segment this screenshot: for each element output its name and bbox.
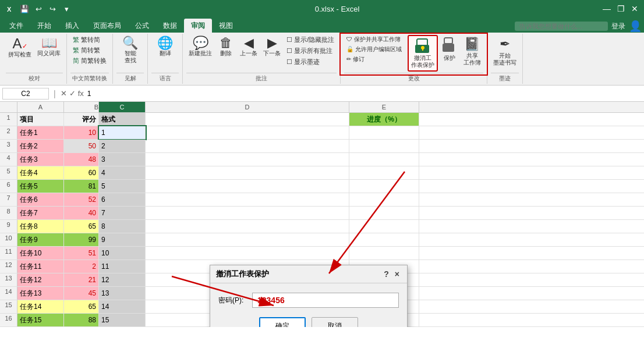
cell-1d[interactable] xyxy=(146,113,349,126)
cell-3b[interactable]: 50 xyxy=(64,140,99,152)
cell-3d[interactable] xyxy=(146,140,349,152)
login-button[interactable]: 登录 xyxy=(611,22,625,31)
spellcheck-button[interactable]: A✓ 拼写检查 xyxy=(6,35,34,60)
cell-6c[interactable]: 5 xyxy=(99,180,146,193)
tab-formula[interactable]: 公式 xyxy=(128,19,156,33)
cell-13c[interactable]: 12 xyxy=(99,273,146,286)
cell-16a[interactable]: 任务15 xyxy=(17,314,64,326)
tab-page-layout[interactable]: 页面布局 xyxy=(86,19,128,33)
cell-2a[interactable]: 任务1 xyxy=(17,126,64,139)
unprotect-dialog[interactable]: 撤消工作表保护 ? × 密码(P): 确定 取消 xyxy=(210,265,408,327)
col-header-e[interactable]: E xyxy=(349,102,419,112)
cancel-formula-icon[interactable]: ✕ xyxy=(61,89,67,98)
simp-to-trad-button[interactable]: 繁 简转繁 xyxy=(70,45,109,55)
dialog-confirm-button[interactable]: 确定 xyxy=(259,317,306,327)
col-header-a[interactable]: A xyxy=(17,102,64,112)
new-comment-button[interactable]: 💬 新建批注 xyxy=(186,35,214,59)
customize-icon[interactable]: ▾ xyxy=(61,3,72,15)
cell-9e[interactable] xyxy=(349,220,419,233)
protect-share-workbook-button[interactable]: 🛡 保护并共享工作簿 xyxy=(344,35,404,44)
cell-12c[interactable]: 11 xyxy=(99,260,146,273)
minimize-button[interactable]: — xyxy=(602,4,611,13)
dialog-password-input[interactable] xyxy=(252,293,399,308)
cell-1e[interactable]: 进度（%） xyxy=(349,113,419,126)
cell-2c[interactable]: 1 xyxy=(99,126,146,139)
cell-1c[interactable]: 格式 xyxy=(99,113,146,126)
tab-insert[interactable]: 插入 xyxy=(58,19,86,33)
cell-10b[interactable]: 99 xyxy=(64,233,99,246)
cell-15a[interactable]: 任务14 xyxy=(17,300,64,313)
cell-3c[interactable]: 2 xyxy=(99,140,146,152)
cell-5d[interactable] xyxy=(146,166,349,179)
next-comment-button[interactable]: ▶ 下一条 xyxy=(261,35,283,59)
formula-input[interactable] xyxy=(86,88,642,99)
cell-6e[interactable] xyxy=(349,180,419,193)
restore-button[interactable]: ❐ xyxy=(616,4,625,13)
cell-7a[interactable]: 任务6 xyxy=(17,193,64,206)
cell-4b[interactable]: 48 xyxy=(64,153,99,166)
share-workbook-button[interactable]: 📓 共享工作簿 xyxy=(461,35,483,68)
cell-1a[interactable]: 项目 xyxy=(17,113,64,126)
cell-11e[interactable] xyxy=(349,247,419,260)
cell-3e[interactable] xyxy=(349,140,419,152)
cell-5e[interactable] xyxy=(349,166,419,179)
cell-14c[interactable]: 13 xyxy=(99,287,146,300)
prev-comment-button[interactable]: ◀ 上一条 xyxy=(238,35,260,59)
show-all-comments-button[interactable]: ☐ 显示所有批注 xyxy=(284,46,337,56)
tab-data[interactable]: 数据 xyxy=(156,19,184,33)
trad-to-simp-button[interactable]: 繁 繁转简 xyxy=(70,35,109,45)
name-box[interactable] xyxy=(2,88,49,99)
cell-8d[interactable] xyxy=(146,207,349,219)
tab-home[interactable]: 开始 xyxy=(30,19,58,33)
user-icon[interactable]: 👤 xyxy=(629,20,642,33)
tab-file[interactable]: 文件 xyxy=(2,19,30,33)
cell-8a[interactable]: 任务7 xyxy=(17,207,64,219)
cell-9a[interactable]: 任务8 xyxy=(17,220,64,233)
cell-5b[interactable]: 60 xyxy=(64,166,99,179)
insert-function-icon[interactable]: fx xyxy=(78,89,84,98)
cell-15b[interactable]: 65 xyxy=(64,300,99,313)
cell-4e[interactable] xyxy=(349,153,419,166)
start-inking-button[interactable]: ✒ 开始墨迹书写 xyxy=(491,35,519,68)
cell-2e[interactable] xyxy=(349,126,419,139)
col-header-d[interactable]: D xyxy=(146,102,349,112)
cell-14a[interactable]: 任务13 xyxy=(17,287,64,300)
cell-9b[interactable]: 65 xyxy=(64,220,99,233)
close-button[interactable]: ✕ xyxy=(630,4,639,13)
cell-8b[interactable]: 40 xyxy=(64,207,99,219)
cell-11d[interactable] xyxy=(146,247,349,260)
cell-13b[interactable]: 21 xyxy=(64,273,99,286)
cell-8c[interactable]: 7 xyxy=(99,207,146,219)
dialog-cancel-button[interactable]: 取消 xyxy=(312,317,358,327)
cell-5c[interactable]: 4 xyxy=(99,166,146,179)
track-changes-button[interactable]: ✏ 修订 xyxy=(344,55,404,64)
cell-6d[interactable] xyxy=(146,180,349,193)
cell-1b[interactable]: 评分 xyxy=(64,113,99,126)
cell-11b[interactable]: 51 xyxy=(64,247,99,260)
tab-view[interactable]: 视图 xyxy=(212,19,240,33)
thesaurus-button[interactable]: 📖 同义词库 xyxy=(35,35,63,59)
col-header-c[interactable]: C xyxy=(99,102,146,112)
cell-10e[interactable] xyxy=(349,233,419,246)
cell-16c[interactable]: 15 xyxy=(99,314,146,326)
cell-2d[interactable] xyxy=(146,126,349,139)
cell-7b[interactable]: 52 xyxy=(64,193,99,206)
col-header-b[interactable]: B xyxy=(64,102,99,112)
cell-13a[interactable]: 任务12 xyxy=(17,273,64,286)
cell-12b[interactable]: 2 xyxy=(64,260,99,273)
cell-9d[interactable] xyxy=(146,220,349,233)
protect-sheet-button[interactable]: 保护 xyxy=(439,35,460,63)
cell-2b[interactable]: 10 xyxy=(64,126,99,139)
smart-lookup-button[interactable]: 🔍 智能查找 xyxy=(120,35,141,66)
translate-button[interactable]: 🌐 翻译 xyxy=(155,35,176,59)
cell-3a[interactable]: 任务2 xyxy=(17,140,64,152)
cell-10a[interactable]: 任务9 xyxy=(17,233,64,246)
cell-6a[interactable]: 任务5 xyxy=(17,180,64,193)
cell-11c[interactable]: 10 xyxy=(99,247,146,260)
tab-review[interactable]: 审阅 xyxy=(184,19,212,33)
save-icon[interactable]: 💾 xyxy=(19,3,30,15)
cell-9c[interactable]: 8 xyxy=(99,220,146,233)
cell-16b[interactable]: 88 xyxy=(64,314,99,326)
delete-comment-button[interactable]: 🗑 删除 xyxy=(215,35,236,59)
allow-edit-button[interactable]: 🔓 允许用户编辑区域 xyxy=(344,45,404,54)
